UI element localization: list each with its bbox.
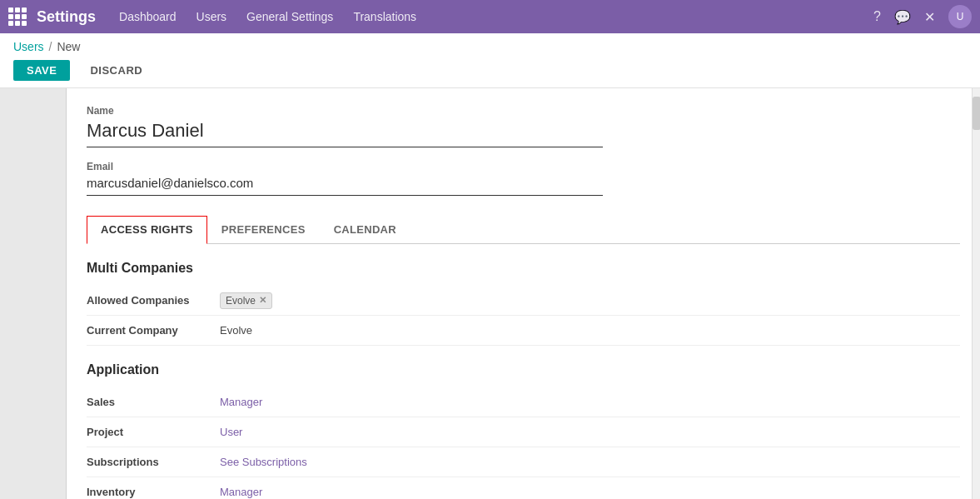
name-label: Name (87, 105, 960, 117)
main-layout: Name Marcus Daniel Email marcusdaniel@da… (0, 88, 980, 499)
action-bar: SAVE DISCARD (13, 60, 967, 87)
email-label: Email (87, 161, 960, 172)
application-title: Application (87, 362, 960, 377)
discard-button[interactable]: DISCARD (77, 60, 156, 81)
sales-row: Sales Manager (87, 387, 960, 417)
allowed-companies-row: Allowed Companies Evolve ✕ (87, 286, 960, 316)
name-input[interactable]: Marcus Daniel (87, 120, 603, 147)
name-field-group: Name Marcus Daniel (87, 105, 960, 147)
tab-calendar[interactable]: CALENDAR (320, 216, 410, 243)
sales-label: Sales (87, 396, 220, 408)
nav-users[interactable]: Users (196, 10, 227, 23)
breadcrumb-users-link[interactable]: Users (13, 40, 44, 53)
subscriptions-row: Subscriptions See Subscriptions (87, 447, 960, 477)
breadcrumb-separator: / (49, 40, 52, 53)
subscriptions-label: Subscriptions (87, 456, 220, 468)
current-company-row: Current Company Evolve (87, 316, 960, 346)
scroll-indicator[interactable] (972, 88, 980, 499)
nav-general-settings[interactable]: General Settings (246, 10, 333, 23)
divider (87, 346, 960, 362)
nav-links: Dashboard Users General Settings Transla… (119, 10, 873, 23)
evolve-tag-remove[interactable]: ✕ (259, 295, 266, 306)
multi-companies-section: Multi Companies Allowed Companies Evolve… (87, 261, 960, 346)
nav-dashboard[interactable]: Dashboard (119, 10, 177, 23)
sidebar (0, 88, 67, 499)
allowed-companies-value: Evolve ✕ (220, 292, 960, 309)
breadcrumb-current: New (57, 40, 80, 53)
help-icon[interactable]: ? (873, 9, 881, 24)
email-input[interactable]: marcusdaniel@danielsco.com (87, 176, 603, 196)
tab-access-rights[interactable]: ACCESS RIGHTS (87, 216, 207, 244)
app-grid-icon[interactable] (8, 7, 27, 26)
inventory-value[interactable]: Manager (220, 486, 960, 498)
user-avatar[interactable]: U (948, 5, 972, 28)
tab-bar: ACCESS RIGHTS PREFERENCES CALENDAR (87, 216, 960, 244)
nav-right-icons: ? 💬 ✕ U (873, 5, 972, 28)
breadcrumb: Users / New (13, 40, 967, 53)
project-row: Project User (87, 417, 960, 447)
nav-translations[interactable]: Translations (353, 10, 416, 23)
breadcrumb-bar: Users / New SAVE DISCARD (0, 33, 980, 88)
inventory-row: Inventory Manager (87, 477, 960, 499)
sales-value[interactable]: Manager (220, 396, 960, 408)
multi-companies-title: Multi Companies (87, 261, 960, 276)
subscriptions-value[interactable]: See Subscriptions (220, 456, 960, 468)
allowed-companies-label: Allowed Companies (87, 294, 220, 307)
tab-preferences[interactable]: PREFERENCES (207, 216, 320, 243)
application-section: Application Sales Manager Project User S… (87, 362, 960, 499)
app-title: Settings (37, 8, 96, 26)
current-company-label: Current Company (87, 324, 220, 337)
evolve-tag[interactable]: Evolve ✕ (220, 292, 272, 309)
top-navigation: Settings Dashboard Users General Setting… (0, 0, 980, 33)
project-value[interactable]: User (220, 426, 960, 438)
current-company-value[interactable]: Evolve (220, 324, 960, 337)
inventory-label: Inventory (87, 486, 220, 498)
project-label: Project (87, 426, 220, 438)
close-icon[interactable]: ✕ (924, 9, 935, 25)
scroll-thumb[interactable] (973, 97, 980, 130)
chat-icon[interactable]: 💬 (894, 9, 911, 25)
evolve-tag-label: Evolve (226, 295, 256, 307)
email-field-group: Email marcusdaniel@danielsco.com (87, 161, 960, 196)
content-area: Name Marcus Daniel Email marcusdaniel@da… (67, 88, 980, 499)
save-button[interactable]: SAVE (13, 60, 70, 81)
